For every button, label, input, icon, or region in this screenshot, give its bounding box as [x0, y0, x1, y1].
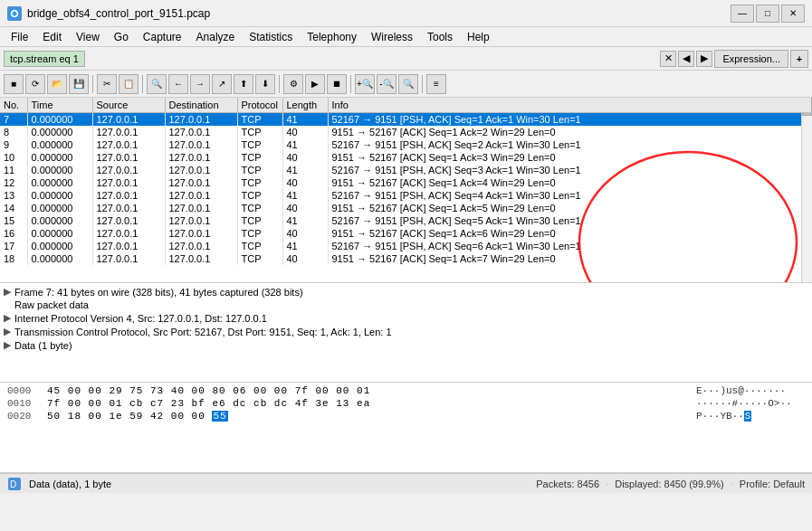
toolbar-restart-btn[interactable]: ⟳	[25, 74, 45, 94]
detail-expand-icon: ▶	[4, 312, 14, 324]
filter-nav-next-btn[interactable]: ▶	[696, 51, 712, 67]
detail-text: Raw packet data	[14, 299, 808, 310]
col-header-info[interactable]: Info	[328, 98, 812, 113]
col-header-length[interactable]: Length	[282, 98, 328, 113]
menu-item-help[interactable]: Help	[460, 29, 497, 45]
packet-cell-5: 41	[282, 189, 328, 202]
packet-list[interactable]: No. Time Source Destination Protocol Len…	[0, 98, 812, 283]
toolbar-forward-btn[interactable]: →	[190, 74, 210, 94]
detail-item[interactable]: ▶Internet Protocol Version 4, Src: 127.0…	[0, 311, 812, 325]
expression-button[interactable]: Expression...	[714, 50, 788, 68]
toolbar-stop-btn[interactable]: ■	[4, 74, 24, 94]
packet-cell-4: TCP	[237, 113, 282, 127]
packet-cell-0: 7	[0, 113, 27, 127]
toolbar-up-btn[interactable]: ⬆	[234, 74, 253, 94]
col-header-time[interactable]: Time	[27, 98, 92, 113]
close-button[interactable]: ✕	[781, 5, 805, 23]
menu-item-file[interactable]: File	[4, 29, 35, 45]
packet-cell-3: 127.0.0.1	[165, 151, 237, 164]
detail-item[interactable]: ▶Transmission Control Protocol, Src Port…	[0, 325, 812, 338]
toolbar-down-btn[interactable]: ⬇	[255, 74, 275, 94]
col-header-destination[interactable]: Destination	[165, 98, 237, 113]
table-row[interactable]: 120.000000127.0.0.1127.0.0.1TCP409151 → …	[0, 176, 812, 189]
status-packets: Packets: 8456	[536, 479, 599, 489]
table-row[interactable]: 170.000000127.0.0.1127.0.0.1TCP4152167 →…	[0, 240, 812, 252]
col-header-no[interactable]: No.	[0, 98, 27, 113]
packet-cell-6: 9151 → 52167 [ACK] Seq=1 Ack=7 Win=29 Le…	[328, 252, 812, 265]
packet-cell-5: 41	[282, 113, 328, 127]
packet-cell-5: 41	[282, 240, 328, 252]
toolbar-goto-btn[interactable]: ↗	[212, 74, 232, 94]
toolbar-zoom-reset-btn[interactable]: 🔍	[398, 74, 418, 94]
packet-cell-6: 52167 → 9151 [PSH, ACK] Seq=6 Ack=1 Win=…	[328, 240, 812, 252]
packet-cell-0: 17	[0, 240, 27, 252]
detail-item[interactable]: ▶Frame 7: 41 bytes on wire (328 bits), 4…	[0, 285, 812, 299]
menu-item-view[interactable]: View	[69, 29, 107, 45]
minimize-button[interactable]: —	[731, 5, 754, 23]
toolbar-separator-1	[92, 75, 93, 93]
packet-cell-6: 9151 → 52167 [ACK] Seq=1 Ack=4 Win=29 Le…	[328, 176, 812, 189]
packet-cell-6: 52167 → 9151 [PSH, ACK] Seq=2 Ack=1 Win=…	[328, 138, 812, 151]
toolbar-open-btn[interactable]: 📂	[47, 74, 67, 94]
menu-item-telephony[interactable]: Telephony	[300, 29, 364, 45]
detail-item[interactable]: ▶Data (1 byte)	[0, 338, 812, 352]
toolbar-stop-capture-btn[interactable]: ⏹	[327, 74, 347, 94]
packet-cell-2: 127.0.0.1	[92, 202, 165, 214]
col-header-protocol[interactable]: Protocol	[237, 98, 282, 113]
toolbar-separator-3	[279, 75, 280, 93]
title-bar-left: bridge_obfs4_control_port_9151.pcap	[7, 6, 210, 21]
menu-item-tools[interactable]: Tools	[420, 29, 460, 45]
table-row[interactable]: 140.000000127.0.0.1127.0.0.1TCP409151 → …	[0, 202, 812, 214]
menu-item-statistics[interactable]: Statistics	[242, 29, 300, 45]
packet-cell-1: 0.000000	[27, 176, 92, 189]
filter-nav-btn[interactable]: ◀	[678, 51, 694, 67]
packet-cell-2: 127.0.0.1	[92, 240, 165, 252]
toolbar-save-btn[interactable]: 💾	[69, 74, 89, 94]
menu-item-wireless[interactable]: Wireless	[364, 29, 420, 45]
packet-cell-1: 0.000000	[27, 151, 92, 164]
toolbar-start-capture-btn[interactable]: ▶	[305, 74, 325, 94]
toolbar-zoom-out-btn[interactable]: -🔍	[377, 74, 396, 94]
table-row[interactable]: 130.000000127.0.0.1127.0.0.1TCP4152167 →…	[0, 189, 812, 202]
detail-item[interactable]: Raw packet data	[0, 299, 812, 311]
table-row[interactable]: 160.000000127.0.0.1127.0.0.1TCP409151 → …	[0, 227, 812, 240]
toolbar-colorize-btn[interactable]: ≡	[426, 74, 446, 94]
packet-cell-2: 127.0.0.1	[92, 113, 165, 127]
packet-list-scrollbar[interactable]	[801, 98, 812, 282]
toolbar-find-btn[interactable]: 🔍	[147, 74, 167, 94]
maximize-button[interactable]: □	[756, 5, 779, 23]
menu-item-go[interactable]: Go	[107, 29, 136, 45]
toolbar-separator-4	[350, 75, 351, 93]
hex-ascii: ······#·····O>··	[696, 398, 805, 409]
hex-bytes: 7f 00 00 01 cb c7 23 bf e6 dc cb dc 4f 3…	[47, 398, 689, 409]
ascii-highlight: S	[744, 411, 752, 422]
packet-cell-6: 52167 → 9151 [PSH, ACK] Seq=3 Ack=1 Win=…	[328, 164, 812, 176]
toolbar-cut-btn[interactable]: ✂	[97, 74, 117, 94]
packet-cell-6: 52167 → 9151 [PSH, ACK] Seq=5 Ack=1 Win=…	[328, 214, 812, 227]
toolbar-zoom-in-btn[interactable]: +🔍	[355, 74, 375, 94]
toolbar-copy-btn[interactable]: 📋	[119, 74, 139, 94]
table-row[interactable]: 90.000000127.0.0.1127.0.0.1TCP4152167 → …	[0, 138, 812, 151]
packet-cell-0: 10	[0, 151, 27, 164]
table-row[interactable]: 150.000000127.0.0.1127.0.0.1TCP4152167 →…	[0, 214, 812, 227]
menu-item-capture[interactable]: Capture	[136, 29, 189, 45]
table-row[interactable]: 80.000000127.0.0.1127.0.0.1TCP409151 → 5…	[0, 126, 812, 138]
packet-cell-2: 127.0.0.1	[92, 176, 165, 189]
table-row[interactable]: 70.000000127.0.0.1127.0.0.1TCP4152167 → …	[0, 113, 812, 127]
packet-cell-3: 127.0.0.1	[165, 240, 237, 252]
toolbar-capture-opts-btn[interactable]: ⚙	[283, 74, 303, 94]
table-row[interactable]: 100.000000127.0.0.1127.0.0.1TCP409151 → …	[0, 151, 812, 164]
table-row[interactable]: 110.000000127.0.0.1127.0.0.1TCP4152167 →…	[0, 164, 812, 176]
detail-text: Data (1 byte)	[14, 340, 808, 351]
add-filter-btn[interactable]: +	[790, 50, 808, 68]
status-icon: D	[7, 477, 22, 491]
packet-cell-3: 127.0.0.1	[165, 164, 237, 176]
filter-clear-btn[interactable]: ✕	[660, 51, 676, 67]
packet-cell-6: 52167 → 9151 [PSH, ACK] Seq=4 Ack=1 Win=…	[328, 189, 812, 202]
toolbar-back-btn[interactable]: ←	[168, 74, 188, 94]
menu-item-analyze[interactable]: Analyze	[189, 29, 243, 45]
table-row[interactable]: 180.000000127.0.0.1127.0.0.1TCP409151 → …	[0, 252, 812, 265]
menu-item-edit[interactable]: Edit	[35, 29, 69, 45]
col-header-source[interactable]: Source	[92, 98, 165, 113]
status-profile: Profile: Default	[740, 479, 805, 489]
